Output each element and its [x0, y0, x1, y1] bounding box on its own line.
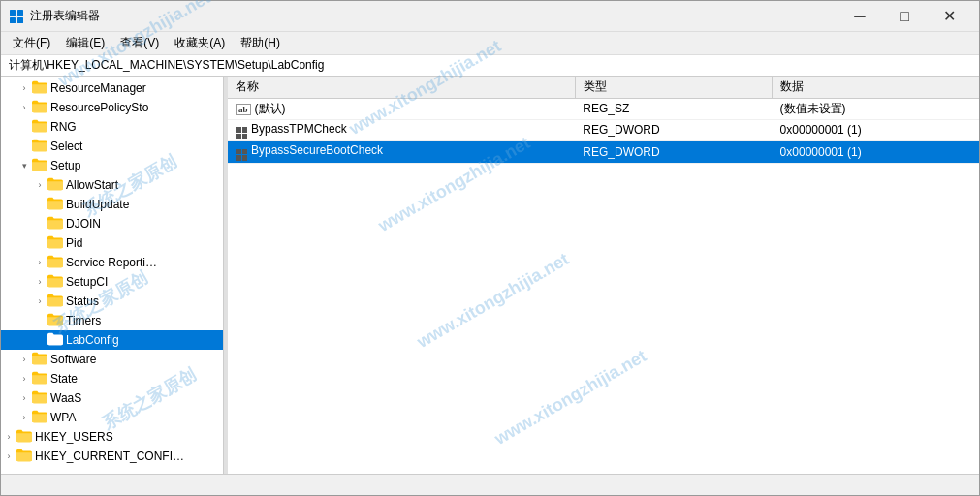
tree-item-pid[interactable]: Pid [1, 233, 223, 253]
tree-label: Pid [66, 236, 82, 250]
tree-label: SetupCI [66, 275, 108, 289]
tree-label: Software [50, 353, 96, 366]
tree-item-wpa[interactable]: › WPA [1, 408, 223, 427]
tree-item-allowstart[interactable]: › AllowStart [1, 175, 223, 195]
tree-expand-icon[interactable]: › [32, 296, 47, 306]
menu-item-a[interactable]: 收藏夹(A) [167, 33, 233, 53]
folder-icon [32, 352, 50, 368]
tree-label: Setup [50, 159, 80, 172]
tree-expand-icon[interactable]: › [16, 355, 32, 364]
tree-label: ResourcePolicySto [50, 101, 148, 114]
close-button[interactable]: ✕ [927, 1, 971, 32]
folder-icon [47, 332, 66, 349]
folder-icon [47, 235, 66, 252]
tree-label: AllowStart [66, 178, 118, 192]
tree-expand-icon[interactable]: › [16, 103, 32, 112]
tree-item-resource-policy[interactable]: › ResourcePolicySto [1, 98, 223, 117]
folder-icon [32, 100, 50, 116]
menu-item-f[interactable]: 文件(F) [5, 33, 58, 53]
folder-icon [32, 139, 50, 155]
folder-icon [32, 80, 50, 97]
svg-rect-3 [17, 17, 23, 23]
tree-item-buildupdate[interactable]: BuildUpdate [1, 195, 223, 214]
detail-row-bypass-tpm[interactable]: BypassTPMCheckREG_DWORD0x00000001 (1) [228, 119, 979, 141]
tree-label: WPA [50, 411, 76, 424]
tree-expand-icon[interactable]: ▾ [16, 161, 32, 170]
menu-bar: 文件(F)编辑(E)查看(V)收藏夹(A)帮助(H) [1, 32, 979, 55]
title-bar: 注册表编辑器 ─ □ ✕ [1, 1, 979, 32]
tree-panel[interactable]: › ResourceManager› ResourcePolicySto RNG… [1, 77, 224, 474]
menu-item-h[interactable]: 帮助(H) [233, 33, 288, 53]
tree-expand-icon[interactable]: › [32, 258, 47, 267]
folder-icon [47, 255, 66, 271]
folder-icon [32, 410, 50, 426]
tree-item-setup[interactable]: ▾ Setup [1, 156, 223, 175]
detail-panel[interactable]: 名称 类型 数据 ab(默认)REG_SZ(数值未设置)BypassTPMChe… [228, 77, 979, 474]
tree-label: DJOIN [66, 217, 101, 231]
value-icon-ab: ab [236, 104, 251, 115]
col-data[interactable]: 数据 [773, 77, 979, 98]
folder-icon [32, 390, 50, 407]
tree-item-rng[interactable]: RNG [1, 117, 223, 137]
maximize-button[interactable]: □ [882, 1, 927, 32]
col-type[interactable]: 类型 [575, 77, 772, 98]
folder-icon [47, 294, 66, 310]
folder-icon [47, 313, 66, 329]
detail-table: 名称 类型 数据 ab(默认)REG_SZ(数值未设置)BypassTPMChe… [228, 77, 979, 164]
window-title: 注册表编辑器 [30, 8, 838, 24]
folder-icon [47, 197, 66, 213]
tree-item-waas[interactable]: › WaaS [1, 388, 223, 408]
value-icon-grid [236, 149, 247, 161]
tree-item-resource-manager[interactable]: › ResourceManager [1, 78, 223, 98]
tree-item-hkey-users[interactable]: › HKEY_USERS [1, 427, 223, 447]
cell-value: 0x00000001 (1) [773, 119, 979, 141]
menu-item-v[interactable]: 查看(V) [112, 33, 167, 53]
cell-type: REG_SZ [575, 98, 772, 119]
tree-item-timers[interactable]: Timers [1, 311, 223, 330]
folder-icon [16, 429, 35, 446]
tree-item-state[interactable]: › State [1, 369, 223, 388]
tree-label: RNG [50, 120, 77, 134]
address-text: 计算机\HKEY_LOCAL_MACHINE\SYSTEM\Setup\LabC… [9, 57, 324, 74]
tree-item-software[interactable]: › Software [1, 350, 223, 369]
tree-label: Timers [66, 314, 101, 327]
tree-item-status[interactable]: › Status [1, 292, 223, 311]
tree-expand-icon[interactable]: › [32, 277, 47, 287]
tree-item-setupci[interactable]: › SetupCI [1, 272, 223, 292]
tree-item-djoin[interactable]: DJOIN [1, 214, 223, 233]
folder-icon [47, 274, 66, 291]
tree-item-service-reporting[interactable]: › Service Reporti… [1, 253, 223, 272]
svg-rect-2 [10, 17, 16, 23]
tree-label: HKEY_CURRENT_CONFI… [35, 450, 184, 463]
tree-expand-icon[interactable]: › [1, 432, 16, 442]
tree-expand-icon[interactable]: › [16, 374, 32, 384]
tree-expand-icon[interactable]: › [16, 393, 32, 403]
tree-expand-icon[interactable]: › [32, 180, 47, 190]
value-icon-grid [236, 127, 247, 139]
tree-label: HKEY_USERS [35, 430, 113, 444]
tree-expand-icon[interactable]: › [16, 83, 32, 93]
cell-type: REG_DWORD [575, 141, 772, 164]
cell-name: BypassSecureBootCheck [228, 141, 575, 164]
tree-item-labconfig[interactable]: LabConfig [1, 330, 223, 350]
cell-type: REG_DWORD [575, 119, 772, 141]
tree-expand-icon[interactable]: › [1, 451, 16, 461]
detail-row-bypass-secure-boot[interactable]: BypassSecureBootCheckREG_DWORD0x00000001… [228, 141, 979, 164]
tree-item-hkey-current-config[interactable]: › HKEY_CURRENT_CONFI… [1, 447, 223, 466]
tree-label: Service Reporti… [66, 256, 157, 269]
tree-item-select[interactable]: Select [1, 137, 223, 156]
minimize-button[interactable]: ─ [838, 1, 882, 32]
tree-label: WaaS [50, 391, 81, 405]
menu-item-e[interactable]: 编辑(E) [58, 33, 112, 53]
folder-icon [47, 177, 66, 194]
folder-icon [47, 216, 66, 232]
col-name[interactable]: 名称 [228, 77, 575, 98]
folder-icon [16, 449, 35, 465]
status-bar [1, 474, 979, 495]
tree-label: BuildUpdate [66, 198, 129, 211]
tree-expand-icon[interactable]: › [16, 413, 32, 422]
detail-row-default[interactable]: ab(默认)REG_SZ(数值未设置) [228, 98, 979, 119]
main-content: › ResourceManager› ResourcePolicySto RNG… [1, 77, 979, 474]
tree-label: ResourceManager [50, 81, 146, 95]
tree-label: LabConfig [66, 333, 119, 347]
